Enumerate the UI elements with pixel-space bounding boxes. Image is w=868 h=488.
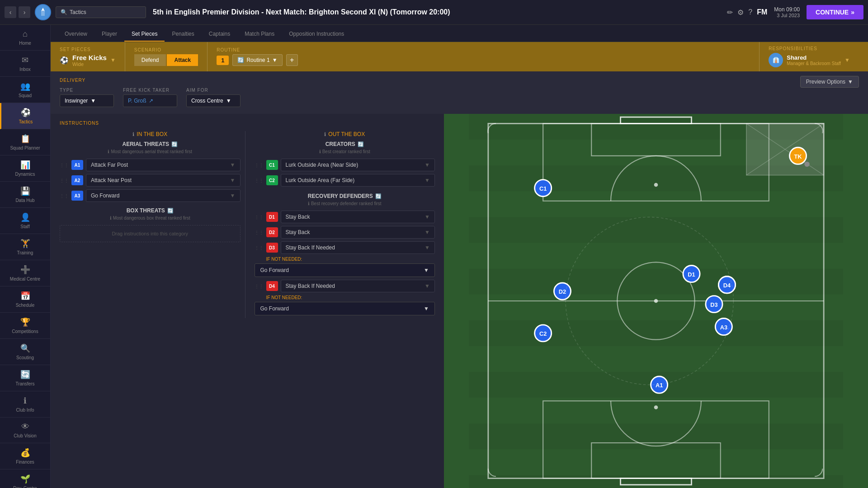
continue-button[interactable]: CONTINUE » — [807, 5, 863, 19]
pitch-svg: TK A1 A2 A3 C1 C2 — [444, 114, 868, 488]
delivery-label: DELIVERY — [60, 78, 85, 83]
routine-add-button[interactable]: + — [286, 54, 298, 66]
svg-text:TK: TK — [794, 153, 802, 160]
sidebar-item-squad-planner[interactable]: 📋 Squad Planner — [0, 129, 50, 155]
if-not-select-d3[interactable]: Go Forward ▼ — [255, 263, 435, 277]
recovery-select-d2[interactable]: Stay Back ▼ — [281, 226, 435, 239]
routine-dropdown[interactable]: 🔄 Routine 1 ▼ — [232, 54, 282, 66]
sidebar-item-squad[interactable]: 👥 Squad — [0, 77, 50, 103]
search-box[interactable]: 🔍 Tactics — [56, 6, 146, 18]
creator-select-c1[interactable]: Lurk Outside Area (Near Side) ▼ — [281, 159, 435, 171]
creator-value-c2: Lurk Outside Area (Far Side) — [286, 177, 355, 183]
club-logo — [35, 4, 51, 20]
tab-penalties[interactable]: Penalties — [165, 27, 201, 42]
info-icon[interactable]: ? — [748, 8, 752, 16]
sidebar-item-tactics[interactable]: ⚽ Tactics — [0, 103, 50, 129]
drag-handle-d1[interactable]: ⋮⋮ — [255, 215, 264, 220]
tab-player[interactable]: Player — [94, 27, 124, 42]
drag-handle-c1[interactable]: ⋮⋮ — [255, 163, 264, 168]
sidebar-item-finances[interactable]: 💰 Finances — [0, 443, 50, 469]
taker-select[interactable]: P. Groß ↗ — [123, 94, 177, 107]
out-box-label: OUT THE BOX — [328, 131, 365, 137]
sp-type-chevron[interactable]: ▼ — [110, 57, 116, 63]
sidebar-item-inbox[interactable]: ✉ Inbox — [0, 51, 50, 77]
attack-button[interactable]: Attack — [167, 54, 198, 66]
sp-type-subtitle: Wide — [72, 61, 107, 67]
badge-c2: C2 — [266, 175, 278, 185]
help-icon[interactable]: ⚙ — [737, 8, 744, 17]
nav-buttons: ‹ › — [5, 6, 30, 18]
aerial-subtitle: ℹ Most dangerous aerial threat ranked fi… — [60, 149, 241, 154]
forward-button[interactable]: › — [19, 6, 30, 18]
aerial-select-a1[interactable]: Attack Far Post ▼ — [86, 159, 241, 171]
sidebar-item-schedule[interactable]: 📅 Schedule — [0, 286, 50, 313]
if-not-value-d4: Go Forward — [260, 305, 289, 312]
type-select[interactable]: Inswinger ▼ — [60, 94, 114, 107]
drag-handle-c2[interactable]: ⋮⋮ — [255, 178, 264, 183]
recovery-select-d3[interactable]: Stay Back If Needed ▼ — [281, 241, 435, 254]
transfers-icon: 🔄 — [20, 370, 30, 380]
back-button[interactable]: ‹ — [5, 6, 16, 18]
creator-select-c2[interactable]: Lurk Outside Area (Far Side) ▼ — [281, 174, 435, 187]
aerial-refresh-icon[interactable]: 🔄 — [171, 141, 178, 147]
in-box-info-icon[interactable]: ℹ — [132, 131, 134, 137]
sidebar-item-competitions[interactable]: 🏆 Competitions — [0, 313, 50, 339]
sidebar-label-club-info: Club Info — [16, 408, 34, 413]
resp-sub: Manager & Backroom Staff — [787, 61, 841, 66]
scenario-label: SCENARIO — [134, 47, 198, 52]
if-not-label-d3: IF NOT NEEDED: — [255, 257, 435, 262]
sidebar-item-medical[interactable]: ➕ Medical Centre — [0, 260, 50, 286]
defend-button[interactable]: Defend — [134, 54, 166, 66]
drag-handle-d4[interactable]: ⋮⋮ — [255, 284, 264, 289]
drag-handle-d2[interactable]: ⋮⋮ — [255, 230, 264, 235]
drag-handle-a3[interactable]: ⋮⋮ — [60, 193, 69, 198]
sidebar-item-dynamics[interactable]: 📊 Dynamics — [0, 155, 50, 182]
sidebar-item-home[interactable]: ⌂ Home — [0, 25, 50, 51]
sidebar-item-transfers[interactable]: 🔄 Transfers — [0, 365, 50, 391]
tab-overview[interactable]: Overview — [57, 27, 94, 42]
resp-chevron[interactable]: ▼ — [844, 57, 850, 63]
box-threats-refresh-icon[interactable]: 🔄 — [167, 208, 174, 214]
tab-set-pieces[interactable]: Set Pieces — [124, 27, 165, 42]
tab-captains[interactable]: Captains — [202, 27, 237, 42]
out-box-column: ℹ OUT THE BOX CREATORS 🔄 ℹ Best creator … — [245, 131, 435, 318]
taker-value: P. Groß — [128, 98, 146, 104]
tab-opposition[interactable]: Opposition Instructions — [282, 27, 351, 42]
svg-text:D4: D4 — [723, 282, 731, 289]
tab-match-plans[interactable]: Match Plans — [237, 27, 282, 42]
out-box-info-icon[interactable]: ℹ — [324, 131, 326, 137]
preview-options-button[interactable]: Preview Options ▼ — [800, 76, 859, 88]
creator-row-c2: ⋮⋮ C2 Lurk Outside Area (Far Side) ▼ — [255, 174, 435, 187]
recovery-select-d4[interactable]: Stay Back If Needed ▼ — [281, 280, 435, 292]
sidebar-item-scouting[interactable]: 🔍 Scouting — [0, 339, 50, 365]
sidebar-item-training[interactable]: 🏋 Training — [0, 234, 50, 260]
drag-handle-d3[interactable]: ⋮⋮ — [255, 245, 264, 250]
recovery-refresh-icon[interactable]: 🔄 — [375, 193, 382, 199]
taker-label: FREE KICK TAKER — [123, 88, 177, 93]
club-info-icon: ℹ — [24, 396, 27, 406]
badge-d3: D3 — [266, 243, 278, 253]
in-box-column: ℹ IN THE BOX AERIAL THREATS 🔄 ℹ Most dan… — [60, 131, 245, 318]
sidebar-item-club-vision[interactable]: 👁 Club Vision — [0, 418, 50, 443]
sidebar-label-staff: Staff — [20, 224, 29, 229]
aim-select[interactable]: Cross Centre ▼ — [186, 94, 241, 107]
creators-refresh-icon[interactable]: 🔄 — [358, 141, 364, 147]
sidebar-item-data-hub[interactable]: 💾 Data Hub — [0, 182, 50, 208]
if-not-select-d4[interactable]: Go Forward ▼ — [255, 302, 435, 315]
sidebar-label-squad-planner: Squad Planner — [10, 145, 40, 150]
aerial-value-a1: Attack Far Post — [91, 162, 128, 168]
edit-icon[interactable]: ✏ — [727, 8, 733, 17]
aim-value: Cross Centre — [191, 98, 223, 104]
sidebar-item-dev-centre[interactable]: 🌱 Dev. Centre — [0, 469, 50, 488]
recovery-row-d4: ⋮⋮ D4 Stay Back If Needed ▼ — [255, 280, 435, 292]
drag-handle-a2[interactable]: ⋮⋮ — [60, 178, 69, 183]
drag-handle-a1[interactable]: ⋮⋮ — [60, 163, 69, 168]
recovery-select-d1[interactable]: Stay Back ▼ — [281, 211, 435, 223]
recovery-value-d1: Stay Back — [286, 214, 310, 220]
finances-icon: 💰 — [20, 448, 30, 458]
aerial-select-a2[interactable]: Attack Near Post ▼ — [86, 174, 241, 187]
aerial-select-a3[interactable]: Go Forward ▼ — [86, 189, 241, 202]
sidebar-item-staff[interactable]: 👤 Staff — [0, 208, 50, 234]
badge-d1: D1 — [266, 212, 278, 222]
sidebar-item-club-info[interactable]: ℹ Club Info — [0, 391, 50, 418]
